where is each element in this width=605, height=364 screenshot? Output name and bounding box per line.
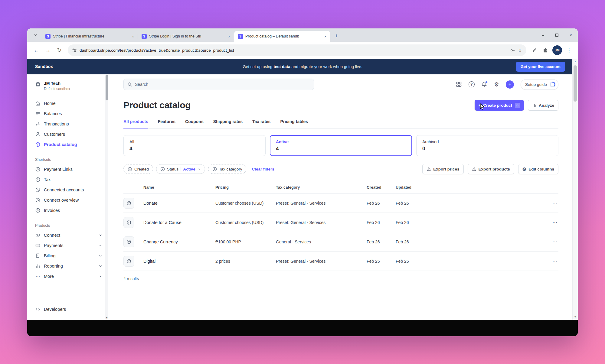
edit-columns-button[interactable]: ⚙ Edit columns [518,164,558,174]
create-plus-icon[interactable]: + [506,80,514,89]
segment-active[interactable]: Active 4 [270,135,412,156]
minimize-button[interactable]: – [536,28,550,42]
chevron-down-icon[interactable] [99,233,102,237]
tab-close-icon[interactable]: × [227,34,232,39]
segment-all[interactable]: All 4 [123,135,266,156]
sidebar-item-tax[interactable]: Tax [27,174,111,185]
table-row[interactable]: Change Currency ₱100.00 PHP General - Se… [123,232,558,252]
keyboard-shortcut-badge: n [515,103,520,108]
sidebar-item-home[interactable]: Home [27,98,111,109]
scrollbar-thumb[interactable] [574,65,577,102]
row-overflow-menu-icon[interactable]: ⋯ [552,239,558,245]
analyze-button[interactable]: Analyze [528,100,558,111]
table-row[interactable]: Donate Customer chooses (USD) Preset: Ge… [123,193,558,213]
column-header-updated[interactable]: Updated [396,185,544,190]
scroll-up-icon[interactable]: ▲ [573,60,578,63]
help-icon[interactable]: ? [469,81,475,87]
filter-chip-tax-category[interactable]: Tax category [208,164,247,174]
table-row[interactable]: Donate for a Cause Customer chooses (USD… [123,213,558,232]
reload-button[interactable]: ↻ [54,45,65,56]
cell-name[interactable]: Donate for a Cause [143,220,215,225]
search-input[interactable] [135,82,310,87]
cell-name[interactable]: Change Currency [143,239,215,244]
button-label: Edit columns [528,167,554,171]
tab-search-button[interactable] [31,31,39,39]
sidebar-item-connect[interactable]: Connect [27,230,111,240]
row-overflow-menu-icon[interactable]: ⋯ [552,219,558,225]
sidebar-item-reporting[interactable]: Reporting [27,261,111,271]
circle-x-icon[interactable] [160,167,165,171]
url-text[interactable]: dashboard.stripe.com/test/products?activ… [80,48,507,53]
pen-extension-icon[interactable] [529,45,540,55]
sidebar-scrollbar-thumb[interactable] [106,75,108,100]
window-close-button[interactable]: × [564,28,578,42]
column-header-created[interactable]: Created [367,185,396,190]
tab-all-products[interactable]: All products [123,119,148,128]
address-bar[interactable]: dashboard.stripe.com/test/products?activ… [68,44,526,56]
sidebar-item-payment-links[interactable]: Payment Links [27,164,111,174]
browser-tab-active[interactable]: S Product catalog – Default sandb × [234,31,330,42]
new-tab-button[interactable]: + [332,32,341,40]
browser-menu-icon[interactable]: ⋮ [564,45,574,55]
sidebar-item-transactions[interactable]: Transactions [27,119,111,129]
apps-grid-icon[interactable] [456,81,462,87]
chevron-down-icon[interactable] [99,254,102,258]
extensions-puzzle-icon[interactable] [540,45,551,55]
browser-tab-2[interactable]: S Stripe Login | Sign in to the Stri × [138,31,234,42]
column-header-tax-category[interactable]: Tax category [276,185,367,190]
sidebar-item-billing[interactable]: Billing [27,251,111,261]
sidebar-scrollbar[interactable]: ▼ [105,74,108,320]
filter-chip-created[interactable]: Created [123,164,153,174]
forward-button[interactable]: → [42,45,53,56]
setup-guide-button[interactable]: Setup guide [521,79,558,90]
back-button[interactable]: ← [31,45,42,56]
export-prices-button[interactable]: Export prices [422,164,463,174]
sidebar-item-more[interactable]: ⋯ More [27,271,111,281]
tab-pricing-tables[interactable]: Pricing tables [280,119,308,128]
search-bar[interactable] [123,79,314,90]
sidebar-item-payments[interactable]: Payments [27,240,111,251]
table-row[interactable]: Digital 2 prices Preset: General - Servi… [123,252,558,271]
get-live-account-button[interactable]: Get your live account [516,62,565,72]
export-products-button[interactable]: Export products [468,164,514,174]
notifications-bell-icon[interactable] [481,81,487,87]
sidebar-item-balances[interactable]: Balances [27,109,111,119]
browser-tab-1[interactable]: S Stripe | Financial Infrastructure × [42,31,138,42]
clear-filters-link[interactable]: Clear filters [252,167,274,171]
account-switcher[interactable]: JM Tech Default sandbox [27,79,111,91]
cell-name[interactable]: Digital [143,259,215,264]
scroll-down-icon[interactable]: ▼ [573,316,578,318]
tab-close-icon[interactable]: × [130,34,136,39]
site-settings-icon[interactable] [72,48,77,53]
sidebar-item-product-catalog[interactable]: Product catalog [27,139,111,150]
filter-chip-status[interactable]: Status Active [156,164,205,174]
password-key-icon[interactable] [510,48,515,53]
settings-gear-icon[interactable]: ⚙ [494,82,499,87]
cell-name[interactable]: Donate [143,201,215,206]
tab-features[interactable]: Features [158,119,175,128]
sidebar-item-connected-accounts[interactable]: Connected accounts [27,185,111,195]
column-header-pricing[interactable]: Pricing [215,185,276,190]
sidebar-item-developers[interactable]: Developers [27,304,111,314]
maximize-button[interactable] [550,28,564,42]
sidebar-item-customers[interactable]: Customers [27,129,111,139]
sidebar-item-label: More [44,274,54,279]
tab-coupons[interactable]: Coupons [185,119,204,128]
page-scrollbar[interactable]: ▲ ▼ [572,59,578,320]
sidebar-scroll-down-icon[interactable]: ▼ [105,317,108,319]
create-product-button[interactable]: + Create product n [475,100,524,111]
tab-close-icon[interactable]: × [323,34,328,39]
sidebar-item-connect-overview[interactable]: Connect overview [27,195,111,205]
tab-tax-rates[interactable]: Tax rates [252,119,270,128]
row-overflow-menu-icon[interactable]: ⋯ [552,200,558,206]
chevron-down-icon[interactable] [99,264,102,268]
sidebar-item-invoices[interactable]: Invoices [27,205,111,216]
column-header-name[interactable]: Name [143,185,215,190]
chevron-down-icon[interactable] [99,244,102,247]
row-overflow-menu-icon[interactable]: ⋯ [552,258,558,264]
tab-shipping-rates[interactable]: Shipping rates [213,119,243,128]
segment-archived[interactable]: Archived 0 [416,135,558,156]
chevron-down-icon[interactable] [99,275,102,278]
profile-avatar[interactable]: JM [552,45,562,55]
bookmark-star-icon[interactable]: ☆ [518,47,522,53]
